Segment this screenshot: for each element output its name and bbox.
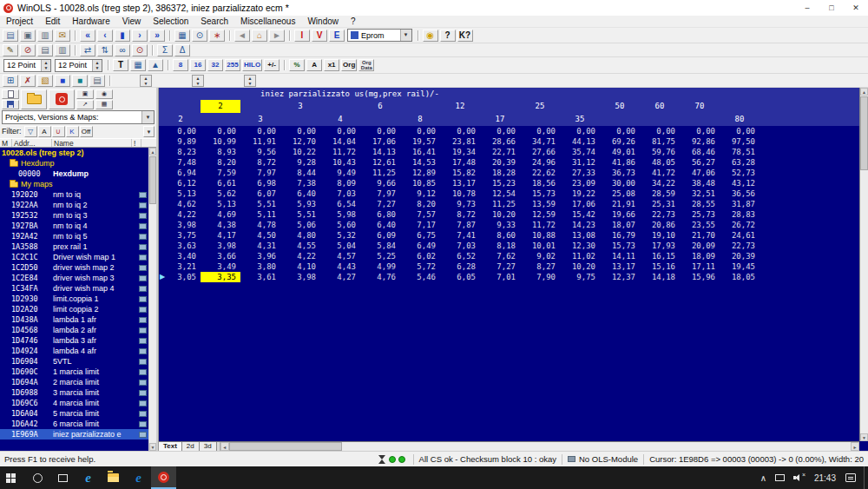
map-cell[interactable]: 14,18 xyxy=(640,272,680,282)
map-cell[interactable]: 8,72 xyxy=(440,209,480,220)
map-cell[interactable]: 6,09 xyxy=(360,230,400,241)
map-cell[interactable]: 9,12 xyxy=(400,188,440,199)
ascii-icon[interactable]: A xyxy=(306,59,322,71)
map-cell[interactable]: 8,27 xyxy=(520,261,560,272)
map-cell[interactable]: 12,89 xyxy=(400,168,440,178)
map-cell[interactable]: 10,22 xyxy=(280,147,320,157)
menu-edit[interactable]: Edit xyxy=(39,17,66,26)
map-cell[interactable]: 25,31 xyxy=(640,199,680,209)
map-cell[interactable]: 35,74 xyxy=(560,147,600,157)
map-cell[interactable]: 3,80 xyxy=(240,261,280,272)
map-cell[interactable]: 7,01 xyxy=(480,272,520,282)
map-cell[interactable]: 5,98 xyxy=(320,209,360,220)
map-cell[interactable]: 11,02 xyxy=(560,251,600,261)
map-cell[interactable]: 49,01 xyxy=(600,147,640,157)
chip-icon[interactable]: ▦ xyxy=(95,100,113,109)
tree-group-mymaps[interactable]: My maps xyxy=(0,179,148,189)
map-cell[interactable]: 3,63 xyxy=(161,241,201,251)
add-map-icon[interactable]: ⊞ xyxy=(3,75,18,87)
map-list-item[interactable]: 192020nm to iq xyxy=(0,189,148,200)
column-header-name[interactable]: Name xyxy=(52,139,132,147)
map-cell[interactable]: 5,13 xyxy=(201,199,240,209)
map-cell[interactable]: 30,00 xyxy=(600,178,640,188)
scroll-thumb[interactable] xyxy=(149,156,156,204)
map-cell[interactable]: 3,66 xyxy=(201,251,240,261)
map-cell[interactable]: 4,38 xyxy=(201,220,240,230)
open-project-button[interactable] xyxy=(21,89,47,109)
menu-miscellaneous[interactable]: Miscellaneous xyxy=(234,17,301,26)
map-cell[interactable]: 7,48 xyxy=(161,157,201,168)
map-cell[interactable]: 5,46 xyxy=(400,272,440,282)
map-cell[interactable]: 11,25 xyxy=(480,199,520,209)
map-cell[interactable]: 38,48 xyxy=(680,178,720,188)
filter-kk-icon[interactable]: K xyxy=(66,126,79,137)
map-cell[interactable]: 7,59 xyxy=(201,168,240,178)
first-version-icon[interactable]: « xyxy=(80,30,95,42)
map-cell[interactable]: 7,41 xyxy=(440,230,480,241)
map-cell[interactable]: 0,00 xyxy=(480,126,520,136)
map-cell[interactable]: 7,87 xyxy=(440,220,480,230)
map-cell[interactable]: 22,73 xyxy=(720,241,760,251)
eprom-combo[interactable]: Eprom▼ xyxy=(347,29,412,42)
map-list-item[interactable]: 1C34FAdriver wish map 4 xyxy=(0,283,148,294)
map-cell[interactable]: 17,48 xyxy=(440,157,480,168)
network-icon[interactable] xyxy=(771,466,789,489)
map-cell[interactable]: 3,75 xyxy=(161,230,201,241)
search-icon[interactable]: ⊙ xyxy=(192,30,207,42)
map-cell[interactable]: 7,90 xyxy=(520,272,560,282)
hexdump-view-icon[interactable]: ▦ xyxy=(174,30,190,42)
print-icon[interactable]: ▣ xyxy=(20,30,36,42)
map-cell[interactable]: 5,72 xyxy=(400,261,440,272)
internet-explorer-button[interactable]: e xyxy=(76,466,101,489)
column-header-m[interactable]: M xyxy=(0,139,12,147)
import-i-icon[interactable]: I xyxy=(294,30,310,42)
map-cell[interactable]: 5,51 xyxy=(280,209,320,220)
map-list-item[interactable]: 1D694A2 marcia limit xyxy=(0,377,148,387)
map-cell[interactable]: 36,73 xyxy=(600,168,640,178)
map-cell[interactable]: 12,30 xyxy=(560,241,600,251)
tab-text[interactable]: Text xyxy=(159,442,182,451)
map-cell[interactable]: 6,75 xyxy=(400,230,440,241)
map-cell[interactable]: 14,53 xyxy=(400,157,440,168)
hexdump-item[interactable]: 00000Hexdump xyxy=(0,169,148,179)
map-cell[interactable]: 6,94 xyxy=(161,168,201,178)
filter-text-icon[interactable]: A xyxy=(38,126,51,137)
map-cell[interactable]: 13,17 xyxy=(600,261,640,272)
map-cell[interactable]: 20,09 xyxy=(680,241,720,251)
maximize-button[interactable]: □ xyxy=(819,0,844,16)
map-cell[interactable]: 16,79 xyxy=(600,230,640,241)
map-cell[interactable]: 0,00 xyxy=(560,126,600,136)
map-cell[interactable]: 7,97 xyxy=(240,168,280,178)
link-icon[interactable]: ∞ xyxy=(115,44,130,56)
map-cell[interactable]: 6,07 xyxy=(240,188,280,199)
tree-group-hexdump[interactable]: Hexdump xyxy=(0,158,148,169)
font-size-spinner[interactable]: 12 Point▲▼ xyxy=(3,59,51,72)
filter-funnel-icon[interactable]: ▽ xyxy=(24,126,37,137)
scroll-down-button[interactable]: ▼ xyxy=(149,443,156,451)
transpose-icon[interactable]: ⇅ xyxy=(97,44,113,56)
edit-pencil-icon[interactable]: ✎ xyxy=(3,44,18,56)
map-cell[interactable]: 5,51 xyxy=(240,199,280,209)
axis-x-spinner[interactable]: ▲▼ xyxy=(140,75,152,87)
map-cell[interactable]: 19,34 xyxy=(440,147,480,157)
map-cell[interactable]: 3,05 xyxy=(161,272,201,282)
new-project-icon[interactable] xyxy=(2,89,19,99)
tab-2d[interactable]: 2d xyxy=(182,442,200,451)
context-help-icon[interactable]: K? xyxy=(457,30,473,42)
scroll-up-button[interactable]: ▲ xyxy=(149,148,156,155)
map-cell[interactable]: 7,57 xyxy=(400,209,440,220)
map-cell[interactable]: 7,62 xyxy=(480,251,520,261)
map-cell[interactable]: 18,09 xyxy=(680,251,720,261)
map-cell[interactable]: 97,50 xyxy=(720,136,760,147)
map-cell[interactable]: 22,62 xyxy=(520,168,560,178)
map-list-item[interactable]: 1A3588prex rail 1 xyxy=(0,241,148,252)
map-cell[interactable]: 6,52 xyxy=(440,251,480,261)
map-cell[interactable]: 10,20 xyxy=(480,209,520,220)
map-list-item[interactable]: 1D69883 marcia limit xyxy=(0,387,148,398)
map-cell[interactable]: 15,82 xyxy=(440,168,480,178)
save-project-icon[interactable] xyxy=(2,100,19,109)
map-cell[interactable]: 5,62 xyxy=(201,188,240,199)
map-list-item[interactable]: 1D4924lambda 4 afr xyxy=(0,346,148,356)
map-cell[interactable]: 22,73 xyxy=(640,209,680,220)
map-cell[interactable]: 34,22 xyxy=(640,178,680,188)
